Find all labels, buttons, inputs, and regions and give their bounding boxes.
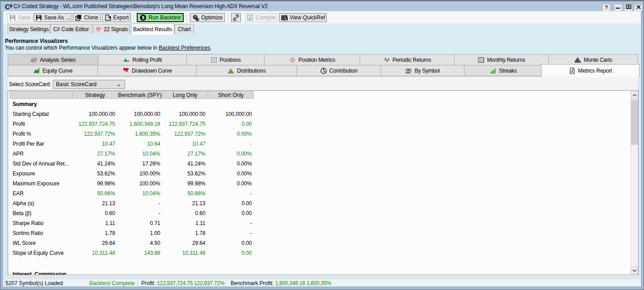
svg-text:ABC: ABC <box>406 68 412 71</box>
svg-text:DEF: DEF <box>406 71 411 74</box>
svg-text:C: C <box>5 3 10 10</box>
